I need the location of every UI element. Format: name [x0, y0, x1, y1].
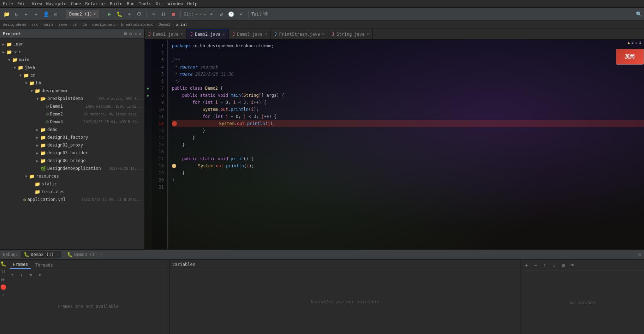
tree-item-static[interactable]: 📁 static — [0, 180, 144, 188]
tree-item-resources[interactable]: ▼ 📁 resources — [0, 172, 144, 180]
project-icon[interactable]: 📁 — [2, 10, 11, 18]
breadcrumb-cn[interactable]: cn — [73, 22, 77, 27]
menu-item-build[interactable]: Build — [110, 1, 123, 6]
menu-item-file[interactable]: File — [3, 1, 13, 6]
tab-close-demo1[interactable]: × — [180, 32, 183, 36]
debug-button[interactable]: 🐛 — [115, 10, 124, 18]
frame-filter-button[interactable]: ⚗ — [27, 271, 35, 279]
debug-tab-demo2[interactable]: 🐛 Demo2 (1) × — [21, 251, 61, 258]
breadcrumb-bb[interactable]: bb — [82, 22, 87, 27]
debug-tab-demo3[interactable]: 🐛 Demo3 (1) × — [64, 251, 105, 258]
target-icon[interactable]: ◎ — [52, 10, 60, 18]
pause-button[interactable]: ⏸ — [159, 10, 168, 18]
tree-item-demo3[interactable]: © Demo3 2022/5/25 15:04, 493 B 30... — [0, 118, 144, 126]
debug-side-icon-2[interactable]: ⏸ — [1, 269, 6, 274]
watch-down-button[interactable]: ↓ — [550, 261, 558, 269]
search-icon[interactable]: 🔍 — [636, 11, 642, 17]
tree-item-mvn[interactable]: ▶ 📁 .mvn — [0, 40, 144, 48]
menu-item-run[interactable]: Run — [127, 1, 135, 6]
git-annotate-button[interactable]: 🕐 — [227, 10, 235, 18]
debug-tab-close-2[interactable]: × — [100, 252, 102, 256]
menu-item-code[interactable]: Code — [71, 1, 81, 6]
git-history-button[interactable]: ↶ — [207, 10, 216, 18]
translate-icon[interactable]: 译 — [263, 11, 268, 17]
sidebar-gear-icon[interactable]: ⚙ — [129, 31, 132, 36]
back-button[interactable]: ← — [22, 10, 30, 18]
tree-item-demo2[interactable]: © Demo2 0% methods, 0% lines cove... — [0, 110, 144, 118]
tab-demo3[interactable]: J Demo3.java × — [229, 29, 271, 39]
tree-item-breakpointdemo[interactable]: ▼ 📂 breakpointdemo 50% classes, 50% l... — [0, 95, 144, 102]
tree-item-design03[interactable]: ▶ 📁 design03_builder — [0, 149, 144, 157]
breadcrumb-main[interactable]: main — [43, 22, 53, 27]
tree-item-src[interactable]: ▶ 📁 src — [0, 48, 144, 56]
menu-item-view[interactable]: View — [32, 1, 42, 6]
coverage-button[interactable]: ☂ — [125, 10, 133, 18]
stop-button[interactable]: ⏹ — [169, 10, 178, 18]
tab-close-string[interactable]: × — [367, 32, 369, 36]
tree-item-design01[interactable]: ▶ 📁 design01_factory — [0, 133, 144, 141]
breadcrumb-src[interactable]: src — [31, 22, 38, 27]
watch-infinity-button[interactable]: ∞ — [568, 261, 576, 269]
tab-demo2[interactable]: J Demo2.java × — [187, 29, 229, 39]
git-diff-button[interactable]: ↶ — [237, 10, 245, 18]
tree-item-yml[interactable]: ⚙ application.yml 2022/5/19 11:49, 21 B … — [0, 196, 144, 203]
tree-item-java[interactable]: ▼ 📁 java — [0, 64, 144, 71]
tree-item-main[interactable]: ▼ 📁 main — [0, 56, 144, 64]
step-over-button[interactable]: ↷ — [149, 10, 158, 18]
tree-item-templates[interactable]: 📁 templates — [0, 188, 144, 196]
breadcrumb-print[interactable]: print — [175, 22, 187, 27]
sidebar-collapse-icon[interactable]: ✕ — [139, 31, 142, 36]
menu-item-help[interactable]: Help — [187, 1, 197, 6]
tab-printstream[interactable]: J PrintStream.java × — [271, 29, 328, 39]
frame-more-button[interactable]: ▾ — [36, 271, 44, 279]
menu-item-refactor[interactable]: Refactor — [85, 1, 106, 6]
breadcrumb-java[interactable]: java — [58, 22, 67, 27]
user-icon[interactable]: 👤 — [42, 10, 50, 18]
tree-item-design06[interactable]: ▶ 📁 design06_bridge — [0, 157, 144, 165]
code-content[interactable]: package cn.bb.designdemo.breakpointdemo;… — [168, 40, 644, 249]
frame-down-button[interactable]: ↓ — [18, 271, 25, 279]
tab-string[interactable]: J String.java × — [328, 29, 373, 39]
breadcrumb-demo2[interactable]: Demo2 — [159, 22, 171, 27]
tree-item-application[interactable]: 🌿 DesigndemoApplication 2022/5/25 11:... — [0, 165, 144, 172]
sidebar-layout-icon[interactable]: ⊞ — [124, 31, 127, 36]
tree-item-design02[interactable]: ▶ 📁 design02_proxy — [0, 141, 144, 149]
frame-up-button[interactable]: ↑ — [8, 271, 16, 279]
code-editor[interactable]: ▶ ▶ 1 2 3 — [145, 40, 644, 249]
watch-remove-button[interactable]: − — [532, 261, 539, 269]
tree-item-bb[interactable]: ▼ 📁 bb — [0, 79, 144, 87]
tree-item-demo[interactable]: ▶ 📁 demo — [0, 126, 144, 133]
breadcrumb-breakpointdemo[interactable]: breakpointdemo — [121, 22, 154, 27]
tree-item-designdemo[interactable]: ▼ 📁 designdemo — [0, 87, 144, 95]
menu-item-window[interactable]: Window — [168, 1, 183, 6]
debug-side-icon-5[interactable]: ⚡ — [2, 292, 5, 298]
menu-item-edit[interactable]: Edit — [17, 1, 28, 6]
tree-item-demo1[interactable]: © Demo1 100% methods, 100% lines... — [0, 102, 144, 110]
breadcrumb-designdemo2[interactable]: designdemo — [92, 22, 115, 27]
menu-item-git[interactable]: Git — [156, 1, 163, 6]
breadcrumb-designdemo[interactable]: designdemo — [3, 22, 26, 27]
tail-label[interactable]: Tail — [251, 12, 262, 17]
debug-settings-btn[interactable]: ⚙ — [638, 252, 641, 257]
menu-item-tools[interactable]: Tools — [139, 1, 151, 6]
sidebar-expand-icon[interactable]: ⇥ — [134, 31, 137, 36]
git-revert-button[interactable]: ↺ — [217, 10, 226, 18]
tab-demo1[interactable]: J Demo1.java × — [145, 29, 187, 39]
tab-close-demo3[interactable]: × — [265, 32, 267, 36]
refresh-button[interactable]: ↻ — [12, 10, 20, 18]
threads-tab[interactable]: Threads — [32, 261, 56, 269]
profile-button[interactable]: ⏱ — [135, 10, 143, 18]
debug-tab-close-1[interactable]: × — [56, 252, 59, 256]
run-button[interactable]: ▶ — [105, 10, 114, 18]
debug-side-icon-3[interactable]: ⏭ — [1, 276, 6, 282]
frames-tab[interactable]: Frames — [10, 261, 31, 269]
watch-up-button[interactable]: ↑ — [541, 261, 549, 269]
watch-copy-button[interactable]: ⊞ — [559, 261, 567, 269]
tab-close-printstream[interactable]: × — [322, 32, 324, 36]
debug-side-icon-4[interactable]: 🔴 — [0, 284, 6, 290]
watch-add-button[interactable]: + — [523, 261, 530, 269]
tree-item-cn[interactable]: ▼ 📁 cn — [0, 71, 144, 79]
forward-button[interactable]: → — [32, 10, 40, 18]
menu-item-navigate[interactable]: Navigate — [46, 1, 67, 6]
tab-close-demo2[interactable]: × — [223, 32, 225, 37]
